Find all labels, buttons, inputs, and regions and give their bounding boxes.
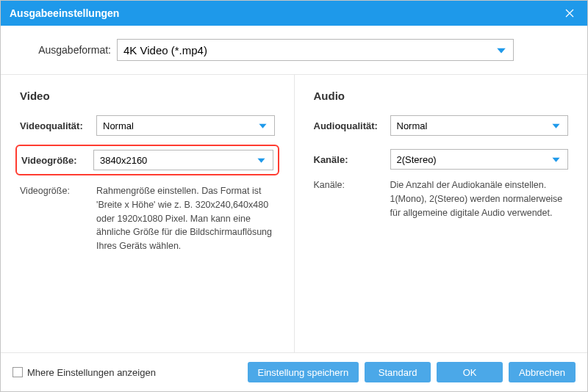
- chevron-down-icon: [552, 154, 560, 165]
- cancel-button[interactable]: Abbrechen: [509, 362, 576, 382]
- video-quality-select[interactable]: Normal: [96, 115, 275, 136]
- show-more-settings-label: Mhere Einstellungen anzeigen: [27, 367, 156, 378]
- titlebar: Ausgabeeinstellungen: [1, 1, 587, 26]
- audio-quality-row: Audioqualität: Normal: [314, 115, 569, 136]
- video-size-desc-label: Videogröße:: [20, 184, 96, 253]
- video-size-value: 3840x2160: [100, 155, 147, 166]
- output-format-row: Ausgabeformat: 4K Video (*.mp4): [1, 26, 587, 75]
- audio-channels-row: Kanäle: 2(Stereo): [314, 149, 569, 170]
- video-heading: Video: [20, 90, 275, 102]
- audio-channels-label: Kanäle:: [314, 154, 390, 165]
- output-format-label: Ausgabeformat:: [23, 44, 111, 56]
- video-size-desc-text: Rahmengröße einstellen. Das Format ist '…: [96, 184, 275, 253]
- chevron-down-icon: [552, 120, 560, 131]
- standard-button[interactable]: Standard: [365, 362, 431, 382]
- audio-quality-select[interactable]: Normal: [390, 115, 569, 136]
- settings-columns: Video Videoqualität: Normal Videogröße: …: [1, 75, 587, 352]
- output-format-value: 4K Video (*.mp4): [123, 44, 207, 57]
- show-more-settings-checkbox[interactable]: Mhere Einstellungen anzeigen: [12, 367, 156, 378]
- checkbox-box: [12, 367, 23, 377]
- svg-marker-2: [497, 48, 506, 54]
- chevron-down-icon: [497, 44, 506, 57]
- audio-channels-desc-text: Die Anzahl der Audiokanäle einstellen. 1…: [390, 178, 569, 219]
- video-quality-row: Videoqualität: Normal: [20, 115, 275, 136]
- audio-heading: Audio: [314, 90, 569, 102]
- video-size-label: Videogröße:: [21, 155, 93, 166]
- save-settings-button[interactable]: Einstellung speichern: [248, 362, 359, 382]
- video-quality-value: Normal: [103, 120, 134, 131]
- svg-marker-6: [552, 158, 560, 162]
- audio-channels-select[interactable]: 2(Stereo): [390, 149, 569, 170]
- video-size-select[interactable]: 3840x2160: [93, 150, 273, 170]
- dialog-footer: Mhere Einstellungen anzeigen Einstellung…: [1, 352, 587, 391]
- video-size-description: Videogröße: Rahmengröße einstellen. Das …: [20, 184, 275, 253]
- svg-marker-4: [257, 159, 265, 163]
- audio-column: Audio Audioqualität: Normal Kanäle: 2(St…: [295, 75, 588, 352]
- audio-quality-label: Audioqualität:: [314, 120, 390, 131]
- audio-channels-desc-label: Kanäle:: [314, 178, 390, 219]
- chevron-down-icon: [259, 120, 267, 131]
- output-format-select[interactable]: 4K Video (*.mp4): [117, 39, 514, 61]
- chevron-down-icon: [257, 155, 265, 166]
- svg-marker-3: [259, 124, 267, 128]
- audio-channels-value: 2(Stereo): [397, 154, 437, 165]
- audio-quality-value: Normal: [397, 120, 428, 131]
- ok-button[interactable]: OK: [437, 362, 503, 382]
- close-icon[interactable]: [561, 4, 578, 22]
- audio-channels-description: Kanäle: Die Anzahl der Audiokanäle einst…: [314, 178, 569, 219]
- window-title: Ausgabeeinstellungen: [10, 7, 119, 19]
- video-column: Video Videoqualität: Normal Videogröße: …: [1, 75, 295, 352]
- video-size-row: Videogröße: 3840x2160: [15, 145, 279, 175]
- video-quality-label: Videoqualität:: [20, 120, 96, 131]
- output-settings-dialog: Ausgabeeinstellungen Ausgabeformat: 4K V…: [0, 0, 588, 392]
- svg-marker-5: [552, 124, 560, 128]
